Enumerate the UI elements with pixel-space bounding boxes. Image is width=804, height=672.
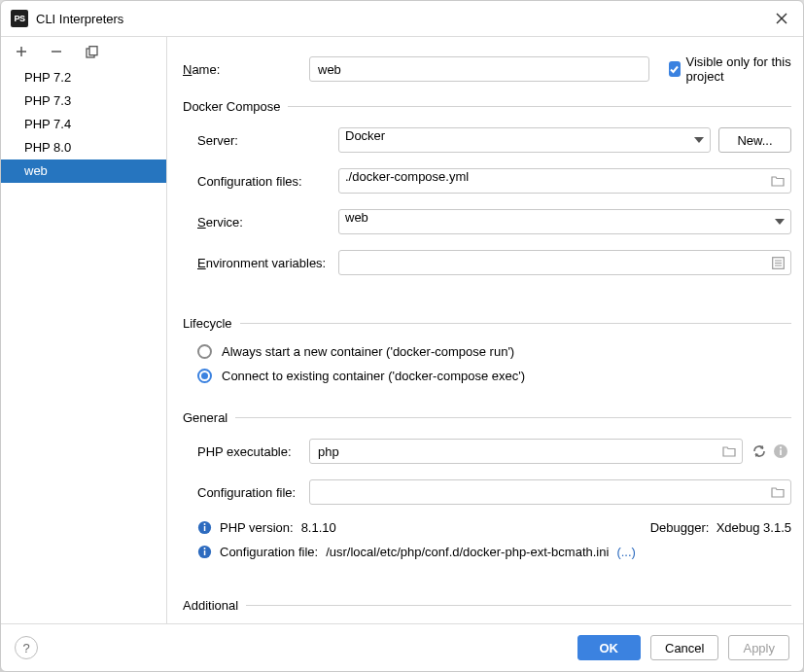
php-exec-input[interactable] <box>316 439 718 464</box>
php-exec-field[interactable] <box>309 439 743 464</box>
interpreter-list-item[interactable]: PHP 7.4 <box>1 113 166 136</box>
lifecycle-start-new-option[interactable]: Always start a new container ('docker-co… <box>183 344 791 359</box>
service-label: Service: <box>183 215 338 230</box>
interpreter-list-item[interactable]: PHP 7.2 <box>1 66 166 89</box>
service-row: Service: web <box>183 209 791 234</box>
ok-button[interactable]: OK <box>577 635 642 660</box>
service-value: web <box>345 210 771 233</box>
add-interpreter-button[interactable] <box>11 41 32 62</box>
folder-icon[interactable] <box>722 445 736 457</box>
env-row: Environment variables: <box>183 250 791 275</box>
titlebar: PS CLI Interpreters <box>1 1 803 37</box>
svg-rect-6 <box>89 46 97 54</box>
name-field-wrapper <box>309 56 649 82</box>
radio-unchecked-icon <box>197 344 212 359</box>
config-files-label: Configuration files: <box>183 174 338 189</box>
minus-icon <box>51 46 62 57</box>
plus-icon <box>16 46 27 57</box>
visible-only-label: Visible only for this project <box>686 54 791 84</box>
server-row: Server: Docker New... <box>183 127 791 153</box>
copy-icon <box>86 46 98 58</box>
info-hover-button[interactable] <box>770 441 791 462</box>
reload-icon <box>752 443 767 459</box>
checkbox-box <box>669 61 681 77</box>
app-icon: PS <box>11 10 28 27</box>
debugger-label: Debugger: <box>650 520 710 535</box>
lifecycle-section: Lifecycle <box>183 316 791 331</box>
interpreter-list-panel: PHP 7.2PHP 7.3PHP 7.4PHP 8.0web <box>1 37 167 623</box>
section-title: Docker Compose <box>183 99 280 114</box>
config-file-field[interactable] <box>309 479 791 505</box>
cancel-button[interactable]: Cancel <box>650 635 718 660</box>
svg-rect-19 <box>204 526 206 531</box>
config-file-ellipsis-link[interactable]: (...) <box>616 545 636 559</box>
reload-executable-button[interactable] <box>749 441 770 462</box>
section-title: Lifecycle <box>183 316 232 331</box>
svg-rect-22 <box>204 550 206 555</box>
interpreter-form: Name: Visible only for this project <box>167 37 803 623</box>
dialog-title: CLI Interpreters <box>36 12 770 26</box>
apply-button[interactable]: Apply <box>728 635 789 660</box>
general-section: General <box>183 410 791 425</box>
start-new-label: Always start a new container ('docker-co… <box>222 344 514 359</box>
svg-point-20 <box>204 523 206 525</box>
svg-point-23 <box>204 548 206 549</box>
php-exec-row: PHP executable: <box>183 439 791 464</box>
cli-interpreters-dialog: PS CLI Interpreters <box>0 0 804 672</box>
debugger-status: Debugger: Xdebug 3.1.5 <box>650 520 791 535</box>
folder-icon[interactable] <box>771 175 785 187</box>
visible-only-checkbox[interactable]: Visible only for this project <box>669 54 791 84</box>
php-exec-label: PHP executable: <box>183 444 309 459</box>
dialog-footer: ? OK Cancel Apply <box>1 623 803 671</box>
section-divider <box>246 605 791 606</box>
config-files-row: Configuration files: ./docker-compose.ym… <box>183 168 791 194</box>
section-title: General <box>183 410 227 425</box>
server-label: Server: <box>183 133 338 148</box>
interpreter-list-item[interactable]: PHP 7.3 <box>1 89 166 113</box>
close-icon <box>776 13 787 24</box>
help-button[interactable]: ? <box>15 636 38 659</box>
radio-checked-icon <box>197 369 212 383</box>
interpreter-list-item[interactable]: web <box>1 159 166 183</box>
svg-marker-8 <box>775 219 785 225</box>
config-file-info-value: /usr/local/etc/php/conf.d/docker-php-ext… <box>326 545 609 559</box>
new-server-button[interactable]: New... <box>718 127 791 153</box>
config-file-info-label: Configuration file: <box>220 545 318 559</box>
info-icon <box>197 545 212 559</box>
config-file-input[interactable] <box>316 479 767 505</box>
config-files-field[interactable]: ./docker-compose.yml <box>338 168 791 194</box>
server-value: Docker <box>345 128 690 152</box>
debugger-value: Xdebug 3.1.5 <box>717 520 791 535</box>
section-divider <box>235 417 791 418</box>
list-icon[interactable] <box>772 257 785 269</box>
chevron-down-icon <box>775 219 785 225</box>
server-combo[interactable]: Docker <box>338 127 711 153</box>
section-divider <box>288 106 791 107</box>
remove-interpreter-button[interactable] <box>46 41 67 62</box>
docker-compose-section: Docker Compose <box>183 99 791 114</box>
name-row: Name: Visible only for this project <box>183 54 791 84</box>
config-files-value: ./docker-compose.yml <box>345 169 767 193</box>
interpreter-list-item[interactable]: PHP 8.0 <box>1 136 166 159</box>
connect-existing-label: Connect to existing container ('docker-c… <box>222 369 525 383</box>
interpreter-list[interactable]: PHP 7.2PHP 7.3PHP 7.4PHP 8.0web <box>1 66 166 623</box>
section-divider <box>240 323 791 324</box>
lifecycle-connect-existing-option[interactable]: Connect to existing container ('docker-c… <box>183 369 791 383</box>
additional-section: Additional <box>183 598 791 613</box>
service-combo[interactable]: web <box>338 209 791 234</box>
config-file-label: Configuration file: <box>183 485 309 500</box>
svg-point-17 <box>780 446 782 448</box>
env-field[interactable] <box>338 250 791 275</box>
copy-interpreter-button[interactable] <box>81 41 102 62</box>
folder-icon[interactable] <box>771 486 785 498</box>
window-close-button[interactable] <box>770 7 793 30</box>
php-version-value: 8.1.10 <box>301 520 336 535</box>
env-input[interactable] <box>345 250 768 275</box>
config-file-info: Configuration file: /usr/local/etc/php/c… <box>183 545 791 559</box>
env-label: Environment variables: <box>183 256 338 270</box>
name-input[interactable] <box>316 56 643 82</box>
svg-rect-16 <box>780 450 782 456</box>
info-icon <box>197 520 212 535</box>
info-gray-icon <box>773 443 788 459</box>
form-scroll-area[interactable]: Name: Visible only for this project <box>167 37 803 623</box>
